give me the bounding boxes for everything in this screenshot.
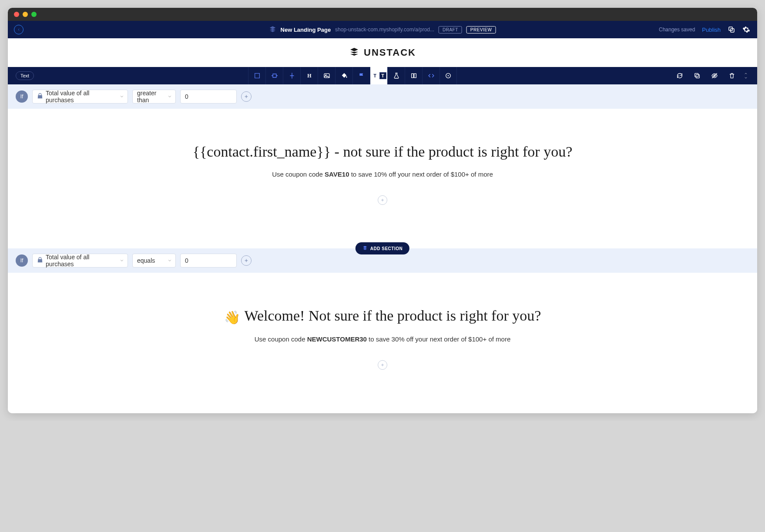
heading-tool[interactable]: H [300,67,318,84]
bag-icon [37,93,43,100]
condition-row-1: If Total value of all purchases greater … [8,84,757,109]
add-section-button[interactable]: ADD SECTION [356,242,409,254]
operator-select[interactable]: equals [132,254,176,268]
condition-field-select[interactable]: Total value of all purchases [32,90,128,104]
content-section-1[interactable]: {{contact.first_name}} - not sure if the… [8,109,757,248]
svg-rect-2 [255,74,259,78]
reorder-arrows[interactable] [741,67,751,84]
close-window-button[interactable] [14,12,19,17]
if-badge: If [16,254,28,267]
svg-text:H: H [307,73,312,79]
svg-rect-3 [273,74,276,77]
condition-value-input[interactable] [180,254,237,268]
subtext-post: to save 30% off your next order of $100+… [367,335,510,343]
section-subtext[interactable]: Use coupon code NEWCUSTOMER30 to save 30… [25,335,740,343]
section-heading[interactable]: {{contact.first_name}} - not sure if the… [25,144,740,160]
layout-tool[interactable] [405,67,422,84]
page-title: New Landing Page [281,27,331,33]
chevron-down-icon [120,257,124,264]
gear-icon[interactable] [742,26,750,33]
copy-icon[interactable] [728,26,735,33]
svg-rect-11 [411,74,413,77]
text-format-tool[interactable]: TT [370,67,387,84]
topbar-center: New Landing Page shop-unstack-com.myshop… [269,26,496,34]
svg-point-14 [448,75,449,77]
duplicate-icon[interactable] [688,67,706,84]
bag-icon [37,257,43,264]
content-section-2[interactable]: 👋 Welcome! Not sure if the product is ri… [8,273,757,413]
condition-value-input[interactable] [180,90,237,104]
fill-tool[interactable] [335,67,352,84]
minimize-window-button[interactable] [23,12,28,17]
condition-row-2: ADD SECTION If Total value of all purcha… [8,248,757,273]
condition-field-value: Total value of all purchases [46,90,115,104]
layers-icon [269,26,276,34]
section-subtext[interactable]: Use coupon code SAVE10 to save 10% off y… [25,171,740,178]
svg-rect-12 [414,74,416,77]
coupon-code: NEWCUSTOMER30 [307,335,367,343]
preview-button[interactable]: PREVIEW [466,26,496,33]
refresh-icon[interactable] [671,67,688,84]
svg-rect-15 [696,74,699,78]
add-element-button[interactable] [378,195,387,205]
save-status: Changes saved [659,27,695,33]
condition-field-select[interactable]: Total value of all purchases [32,254,128,268]
operator-value: greater than [137,90,163,104]
section-heading[interactable]: 👋 Welcome! Not sure if the product is ri… [25,308,740,325]
svg-rect-16 [695,74,698,77]
add-section-label: ADD SECTION [370,246,403,251]
subtext-pre: Use coupon code [272,171,325,178]
image-tool[interactable] [318,67,335,84]
operator-value: equals [137,257,155,264]
if-badge: If [16,90,28,103]
topbar-right: Changes saved Publish [659,26,757,33]
chevron-down-icon [168,93,172,100]
add-condition-button[interactable] [241,255,252,266]
visibility-icon[interactable] [706,67,723,84]
subtext-pre: Use coupon code [255,335,307,343]
wave-emoji: 👋 [224,310,240,325]
brand-name: UNSTACK [364,47,416,58]
draft-badge: DRAFT [439,26,462,33]
delete-icon[interactable] [723,67,741,84]
back-button[interactable] [14,25,23,34]
flag-tool[interactable] [352,67,370,84]
publish-button[interactable]: Publish [702,27,721,33]
brand-header: UNSTACK [8,38,757,67]
width-tool[interactable] [265,67,283,84]
chevron-down-icon [168,257,172,264]
operator-select[interactable]: greater than [132,90,176,104]
app-window: New Landing Page shop-unstack-com.myshop… [8,8,757,413]
editor-toolbar: Text H TT [8,67,757,84]
add-element-button[interactable] [378,360,387,370]
topbar: New Landing Page shop-unstack-com.myshop… [8,21,757,38]
window-titlebar [8,8,757,21]
add-condition-button[interactable] [241,91,252,102]
align-tool[interactable] [283,67,300,84]
toolbar-right [671,67,751,84]
chevron-down-icon [120,93,124,100]
brand-logo-icon [349,47,359,59]
maximize-window-button[interactable] [31,12,37,17]
target-tool[interactable] [440,67,457,84]
coupon-code: SAVE10 [325,171,349,178]
toolbar-buttons: H TT [248,67,457,84]
section-tool[interactable] [248,67,265,84]
layers-icon [362,245,368,251]
heading-text: Welcome! Not sure if the product is righ… [241,308,541,324]
page-url: shop-unstack-com.myshopify.com/a/prod... [335,27,434,33]
code-tool[interactable] [422,67,440,84]
subtext-post: to save 10% off your next order of $100+… [349,171,493,178]
test-tool[interactable] [387,67,405,84]
toolbar-mode-label[interactable]: Text [16,71,34,80]
condition-field-value: Total value of all purchases [46,254,115,268]
